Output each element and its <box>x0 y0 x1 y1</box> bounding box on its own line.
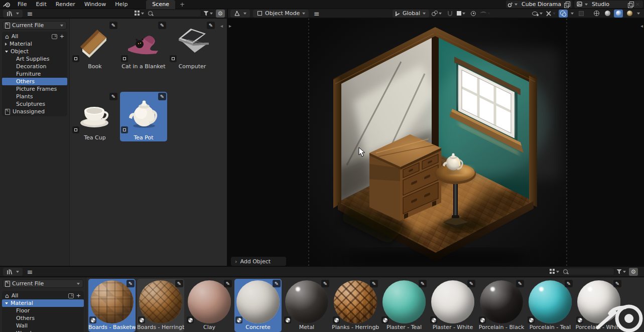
sidebar-expand-icon[interactable]: ◂ <box>640 24 643 29</box>
transform-orientation-dropdown[interactable]: Global <box>393 10 429 18</box>
catalog-decoration[interactable]: Decoration <box>2 63 67 70</box>
catalog-object[interactable]: Object <box>2 48 67 55</box>
catalog-art-supplies[interactable]: Art Supplies <box>2 55 67 63</box>
shading-solid-button[interactable] <box>603 10 612 18</box>
material-tile-plaster-white[interactable]: ✎ Plaster - White <box>429 279 476 332</box>
view-layer-name[interactable]: Studio <box>589 1 612 8</box>
asset-source-dropdown-bottom[interactable]: Current File <box>3 279 83 288</box>
snap-toggle[interactable] <box>445 10 454 18</box>
add-object-panel-button[interactable]: › Add Object <box>231 257 286 266</box>
display-settings-button-top[interactable]: ⚙ <box>216 10 225 18</box>
asset-tile-book[interactable]: ✎ Book <box>71 21 118 70</box>
viewport-menus-icon[interactable]: ≡ <box>312 10 320 18</box>
material-tile-boards-basketweave[interactable]: ✎ Boards - Basketweave <box>88 279 136 332</box>
editor-type-button-bottom[interactable] <box>3 268 23 276</box>
toolbar-expand-icon[interactable]: ▸ <box>229 24 231 29</box>
catalog-furniture[interactable]: Furniture <box>2 70 67 78</box>
collapse-sidebar-left-icon[interactable]: ◂ <box>220 24 223 29</box>
workspace-tab-scene[interactable]: Scene <box>146 0 175 9</box>
catalog-others[interactable]: Others <box>2 78 67 85</box>
catalog-wood[interactable]: Wood <box>2 329 84 332</box>
shading-material-preview-button[interactable] <box>614 10 623 18</box>
material-tile-porcelain-white[interactable]: ✎ Porcelain - White <box>575 279 622 332</box>
asset-browser-top: Current File ⌂ All + Material Object Art… <box>0 19 227 266</box>
overlays-chevron[interactable] <box>571 13 574 15</box>
viewport-editor-chevron <box>243 13 246 15</box>
collapse-triangle-icon[interactable] <box>5 302 8 304</box>
add-workspace-button[interactable]: + <box>178 1 186 8</box>
display-mode-button[interactable] <box>135 10 145 18</box>
view-layer-browse-chevron[interactable] <box>585 4 588 6</box>
new-view-layer-icon[interactable] <box>628 2 633 8</box>
asset-source-dropdown-top[interactable]: Current File <box>3 21 67 30</box>
asset-tile-computer[interactable]: ✎ Computer <box>169 21 216 70</box>
filter-button-top[interactable] <box>203 10 214 18</box>
viewport-editor-type-button[interactable] <box>230 10 250 18</box>
add-catalog-button[interactable]: + <box>76 292 81 299</box>
pivot-point-dropdown[interactable] <box>432 10 443 18</box>
scene-name[interactable]: Cube Diorama <box>519 1 564 8</box>
search-icon <box>148 11 153 17</box>
catalog-wall[interactable]: Wall <box>2 322 84 329</box>
filter-button-bottom[interactable] <box>616 268 627 276</box>
material-tile-porcelain-black[interactable]: ✎ Porcelain - Black <box>478 279 525 332</box>
overlays-toggle[interactable] <box>559 10 568 18</box>
menu-help[interactable]: Help <box>110 0 132 9</box>
expand-triangle-icon[interactable] <box>5 43 7 46</box>
asset-search-input-bottom[interactable] <box>568 268 614 275</box>
catalog-picture-frames[interactable]: Picture Frames <box>2 85 67 93</box>
material-tile-metal[interactable]: ✎ Metal <box>283 279 330 332</box>
pencil-badge-icon: ✎ <box>321 280 329 287</box>
catalog-others[interactable]: Others <box>2 314 84 322</box>
view-layer-icon[interactable] <box>576 1 584 9</box>
unassigned-icon <box>5 109 10 115</box>
scene-icon[interactable] <box>507 1 513 9</box>
asset-tile-cat-in-a-blanket[interactable]: ✎ Cat in a Blanket <box>120 21 167 70</box>
catalog-unassigned[interactable]: Unassigned <box>2 108 67 115</box>
object-badge-icon <box>72 55 79 62</box>
proportional-edit-toggle[interactable] <box>469 10 478 18</box>
proportional-falloff-dropdown[interactable] <box>480 10 491 18</box>
catalog-all[interactable]: ⌂ All + <box>2 292 84 299</box>
home-icon: ⌂ <box>5 34 9 39</box>
catalog-material[interactable]: Material <box>2 299 84 307</box>
blender-logo-icon[interactable] <box>0 0 13 9</box>
menu-edit[interactable]: Edit <box>31 0 51 9</box>
display-settings-button-bottom[interactable]: ⚙ <box>629 268 638 276</box>
add-catalog-button[interactable]: + <box>60 33 64 40</box>
catalog-all[interactable]: ⌂ All + <box>2 33 67 40</box>
asset-tile-tea-cup[interactable]: ✎ Tea Cup <box>71 92 118 141</box>
asset-tile-tea-pot[interactable]: ✎ Tea Pot <box>120 92 167 141</box>
snap-settings-dropdown[interactable] <box>457 10 466 18</box>
material-tile-porcelain-teal[interactable]: ✎ Porcelain - Teal <box>527 279 574 332</box>
catalog-file-icon[interactable] <box>68 293 74 298</box>
material-tile-boards-herringbone[interactable]: ✎ Boards - Herringbone <box>137 279 184 332</box>
shading-dropdown-chevron[interactable] <box>637 13 640 15</box>
xray-toggle[interactable] <box>577 10 586 18</box>
editor-type-button[interactable] <box>3 10 23 18</box>
viewport-canvas[interactable]: › Add Object ▸ ◂ <box>228 19 644 266</box>
material-tile-planks-herringbone[interactable]: ✎ Planks - Herringbone <box>332 279 379 332</box>
material-tile-plaster-teal[interactable]: ✎ Plaster - Teal <box>380 279 428 332</box>
catalog-floor[interactable]: Floor <box>2 307 84 314</box>
menu-file[interactable]: File <box>13 0 31 9</box>
asset-search-input-top[interactable] <box>153 10 201 17</box>
catalog-file-icon[interactable] <box>52 34 57 39</box>
object-visibility-dropdown[interactable] <box>532 10 544 18</box>
catalog-material[interactable]: Material <box>2 40 67 48</box>
menus-toggle-icon[interactable]: ≡ <box>26 268 34 276</box>
menu-window[interactable]: Window <box>80 0 110 9</box>
catalog-plants[interactable]: Plants <box>2 93 67 100</box>
scene-browse-chevron[interactable] <box>514 4 518 6</box>
shading-wireframe-button[interactable] <box>592 10 601 18</box>
menu-render[interactable]: Render <box>51 0 80 9</box>
gizmos-dropdown[interactable] <box>546 10 557 18</box>
material-tile-clay[interactable]: ✎ Clay <box>186 279 233 332</box>
mode-dropdown[interactable]: Object Mode <box>253 10 309 18</box>
collapse-triangle-icon[interactable] <box>5 51 8 53</box>
catalog-sculptures[interactable]: Sculptures <box>2 100 67 108</box>
display-mode-button-bottom[interactable] <box>550 268 560 276</box>
shading-rendered-button[interactable] <box>625 10 634 18</box>
material-tile-concrete[interactable]: ✎ Concrete <box>234 279 282 332</box>
menus-toggle-icon[interactable]: ≡ <box>26 10 34 18</box>
